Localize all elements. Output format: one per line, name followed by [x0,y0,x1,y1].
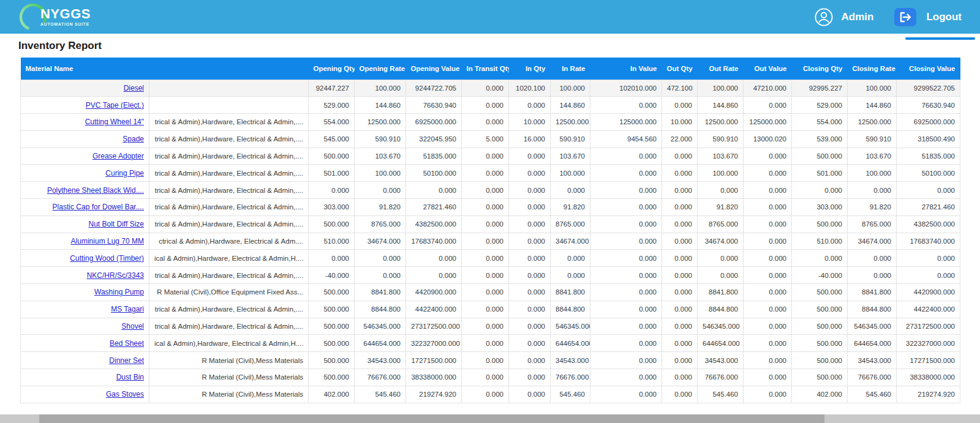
material-link[interactable]: Nut Bolt Diff Size [89,220,144,228]
value-cell: 8841.800 [355,284,406,301]
material-link[interactable]: Diesel [124,84,144,92]
value-cell: 644654.000 [698,335,744,352]
table-row: MS Tagaritrical & Admin),Hardware, Elect… [21,301,960,318]
material-link[interactable]: Cutting Wood (Timber) [70,254,144,263]
value-cell: 13000.020 [744,130,792,148]
material-link[interactable]: Cutting Wheel 14" [85,118,144,126]
value-cell: 539.000 [792,130,848,148]
value-cell: 0.000 [698,267,744,284]
value-cell: 34674.000 [698,233,744,250]
value-cell: 144.860 [355,97,406,114]
table-row: Diesel92447.227100.0009244722.7050.00010… [21,80,960,97]
value-cell: 644654.000 [551,335,590,352]
value-cell: 0.000 [462,267,509,284]
value-cell: 91.820 [848,199,897,216]
value-cell: 0.000 [462,114,509,131]
value-cell: 8844.800 [698,301,744,318]
value-cell: 0.000 [590,165,662,182]
table-row: Washing PumpR Material (Civil),Office Eq… [21,284,960,301]
value-cell: 50100.000 [897,165,960,182]
value-cell: 5.000 [462,130,509,148]
material-link[interactable]: MS Tagari [111,305,144,313]
logout-button[interactable] [894,8,916,26]
table-top-scrollbar-thumb[interactable] [905,37,975,40]
value-cell: 219274.920 [406,386,462,403]
value-cell: 0.000 [462,97,509,114]
value-cell: 0.000 [662,335,698,352]
admin-label[interactable]: Admin [842,11,874,23]
value-cell: 103.670 [848,148,897,165]
material-link[interactable]: Washing Pump [94,288,144,296]
value-cell: 0.000 [462,199,509,216]
value-cell: 34543.000 [848,352,897,369]
material-link[interactable]: Shovel [121,322,144,331]
category-text: trical & Admin),Hardware, Electrical & A… [149,182,309,199]
value-cell: 0.000 [509,284,551,301]
material-cell: Dinner Set [21,352,149,369]
material-link[interactable]: Gas Stoves [106,390,144,399]
material-link[interactable]: NKC/HR/Sc/3343 [87,271,144,280]
value-cell: 76630.940 [897,97,960,114]
value-cell: 0.000 [590,215,662,233]
table-row: Dinner SetR Material (Civil),Mess Materi… [21,352,960,369]
category-text: trical & Admin),Hardware, Electrical & A… [149,301,309,318]
value-cell: 17271500.000 [897,352,960,369]
material-cell: MS Tagari [21,301,149,318]
material-link[interactable]: Spade [123,135,144,143]
value-cell: 0.000 [590,267,662,284]
value-cell: 0.000 [744,199,792,216]
value-cell: 0.000 [848,182,897,199]
material-link[interactable]: Plastic Cap for Dowel Bar.... [53,203,144,211]
value-cell: 125000.000 [744,114,792,131]
value-cell: 10.000 [662,114,698,131]
value-cell: 0.000 [590,97,662,114]
value-cell: 500.000 [309,369,355,386]
value-cell: 0.000 [509,301,551,318]
material-cell: Dust Bin [21,369,149,386]
material-link[interactable]: PVC Tape (Elect.) [86,101,144,110]
value-cell: 0.000 [551,267,590,284]
value-cell: 500.000 [309,335,355,352]
value-cell: 34674.000 [355,233,406,250]
value-cell: 0.000 [744,386,792,403]
user-icon[interactable] [815,8,833,26]
value-cell: 76676.000 [698,369,744,386]
material-link[interactable]: Curing Pipe [105,169,144,178]
value-cell: 0.000 [462,250,509,267]
value-cell: 34674.000 [551,233,590,250]
material-link[interactable]: Dinner Set [109,356,144,365]
material-link[interactable]: Aluminium Lug 70 MM [71,237,144,245]
category-text: trical & Admin),Hardware, Electrical & A… [149,148,309,165]
table-header-row: Material NameOpening QtyOpening RateOpen… [21,58,960,80]
value-cell: 322327000.000 [897,335,960,352]
value-cell: 103.670 [551,148,590,165]
material-link[interactable]: Bed Sheet [110,339,144,348]
value-cell: 8841.800 [848,284,897,301]
logout-label[interactable]: Logout [926,11,962,23]
horizontal-scrollbar[interactable] [0,414,980,423]
value-cell: 92447.227 [309,80,355,97]
value-cell: 590.910 [355,130,406,148]
table-row: Nut Bolt Diff Sizetrical & Admin),Hardwa… [21,215,960,233]
value-cell: 0.000 [509,215,551,233]
material-link[interactable]: Polythene Sheet Black Wid.... [47,186,144,195]
value-cell: 0.000 [355,182,406,199]
value-cell: 0.000 [662,386,698,403]
value-cell: 0.000 [509,318,551,335]
value-cell: 0.000 [590,199,662,216]
category-text: R Material (Civil),Mess Materials [149,386,309,403]
value-cell: 0.000 [551,182,590,199]
value-cell: 91.820 [355,199,406,216]
value-cell: 0.000 [662,97,698,114]
value-cell: 0.000 [462,233,509,250]
horizontal-scrollbar-thumb[interactable] [39,414,824,423]
material-link[interactable]: Grease Adopter [92,152,144,160]
value-cell: 50100.000 [406,165,462,182]
material-cell: Polythene Sheet Black Wid.... [21,182,149,199]
value-cell: 8765.000 [698,215,744,233]
material-link[interactable]: Dust Bin [116,373,144,381]
value-cell: 0.000 [462,215,509,233]
value-cell: 8765.000 [551,215,590,233]
table-row: Aluminium Lug 70 MMctrical & Admin),Hard… [21,233,960,250]
value-cell: 76676.000 [355,369,406,386]
